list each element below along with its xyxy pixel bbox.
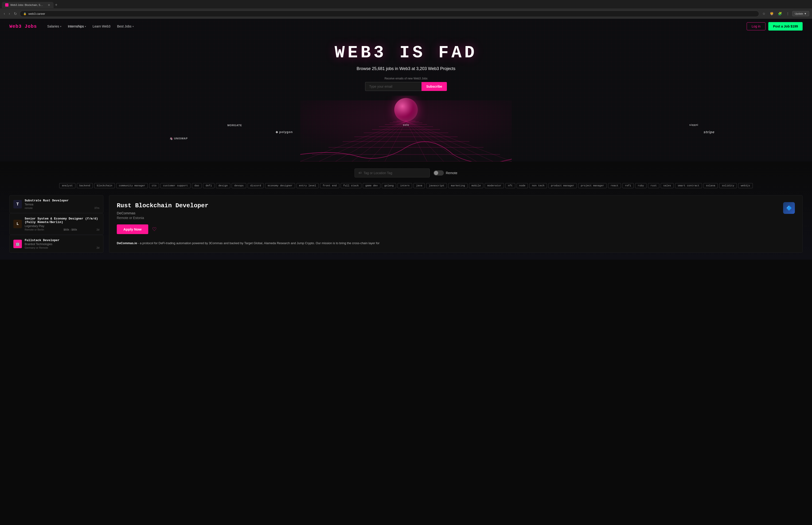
hero-content: WEB3 IS FAD Browse 25,681 jobs in Web3 a… [0, 34, 812, 91]
tag-javascript[interactable]: javascript [426, 183, 447, 188]
nav-best-jobs[interactable]: Best Jobs ▾ [114, 23, 136, 30]
tag-analyst[interactable]: analyst [59, 183, 75, 188]
job-card-job1[interactable]: T Substrate Rust Developer Ternoa remote… [10, 195, 103, 213]
tag-java[interactable]: java [414, 183, 425, 188]
subscribe-form: Subscribe [5, 82, 807, 91]
browser-tab[interactable]: Web3 Jobs: Blockchain, Smar… ✕ [2, 2, 53, 8]
job-meta: remote 37m [25, 207, 99, 209]
tag-solana[interactable]: solana [703, 183, 718, 188]
job-detail-header: 🔷 Rust Blockchain Developer DeCommas Rem… [117, 202, 795, 224]
tag-entry-level[interactable]: entry level [296, 183, 319, 188]
nav-internships[interactable]: Internships ▾ [65, 23, 89, 30]
reload-btn[interactable]: ↻ [13, 11, 18, 17]
tag-game-dev[interactable]: game dev [363, 183, 380, 188]
tag-ruby[interactable]: ruby [635, 183, 646, 188]
tag-full-stack[interactable]: full stack [341, 183, 361, 188]
login-button[interactable]: Log in [747, 22, 765, 30]
job-card-job3[interactable]: 🤖 Fullstack Developer Brainbot Technolog… [10, 235, 103, 253]
tag-front-end[interactable]: front end [320, 183, 339, 188]
tag-dao[interactable]: dao [192, 183, 202, 188]
job-logo: T [13, 200, 22, 208]
tag-project-manager[interactable]: project manager [578, 183, 607, 188]
tag-golang[interactable]: golang [382, 183, 396, 188]
job-title: Substrate Rust Developer [25, 199, 99, 202]
job-info: Senior System & Economy Designer (f/m/d)… [25, 217, 99, 231]
search-input[interactable] [364, 171, 426, 175]
tag-rust[interactable]: rust [648, 183, 659, 188]
polygon-logo: ◆ polygon [276, 130, 293, 134]
job-detail-title: Rust Blockchain Developer [117, 202, 795, 209]
apply-section: Apply Now ♡ [117, 224, 795, 234]
tag-blockchain[interactable]: blockchain [94, 183, 115, 188]
job-location: Remote or Berlin [25, 228, 44, 231]
nav-logo[interactable]: Web3 Jobs [10, 24, 37, 29]
tag-product-manager[interactable]: product manager [548, 183, 577, 188]
tag-moderator[interactable]: moderator [485, 183, 504, 188]
tag-sales[interactable]: sales [661, 183, 674, 188]
tag-cto[interactable]: cto [149, 183, 159, 188]
forward-btn[interactable]: › [8, 11, 11, 17]
tab-bar: Web3 Jobs: Blockchain, Smar… ✕ + [0, 0, 812, 9]
tag-react[interactable]: react [608, 183, 621, 188]
navbar: Web3 Jobs Salaries ▾ Internships ▾ Learn… [0, 19, 812, 34]
job-card-job2[interactable]: L Senior System & Economy Designer (f/m/… [10, 213, 103, 235]
tag-nft[interactable]: nft [505, 183, 515, 188]
job-time: 2d [96, 228, 99, 231]
tag-node[interactable]: node [517, 183, 528, 188]
new-tab-btn[interactable]: + [55, 3, 58, 7]
tag-non-tech[interactable]: non tech [530, 183, 547, 188]
company-logo-detail: 🔷 [783, 202, 795, 214]
tag-mobile[interactable]: mobile [469, 183, 484, 188]
tag-defi[interactable]: defi [203, 183, 214, 188]
post-job-button[interactable]: Post a Job $199 [768, 22, 802, 31]
tag-smart-contract[interactable]: smart contract [675, 183, 702, 188]
job-company: Legendary Play [25, 224, 99, 228]
bookmark-btn[interactable]: ☆ [761, 11, 767, 16]
tag-web3js[interactable]: web3js [738, 183, 753, 188]
tag-devops[interactable]: devops [232, 183, 246, 188]
tag-refi[interactable]: refi [623, 183, 634, 188]
address-bar[interactable]: 🔒 web3.career [20, 11, 759, 17]
brave-btn[interactable]: 🦁 [768, 11, 775, 16]
url-text: web3.career [28, 12, 45, 15]
back-btn[interactable]: ‹ [3, 11, 6, 17]
email-input[interactable] [365, 82, 422, 91]
job-logo: 🤖 [13, 240, 22, 248]
tag-marketing[interactable]: marketing [448, 183, 467, 188]
tag-community-manager[interactable]: community manager [116, 183, 148, 188]
menu-btn[interactable]: ⋮ [785, 11, 791, 16]
tab-close-btn[interactable]: ✕ [48, 3, 50, 7]
job-logo: L [13, 220, 22, 228]
tag-customer-support[interactable]: customer support [160, 183, 190, 188]
hero-section: WEB3 IS FAD Browse 25,681 jobs in Web3 a… [0, 34, 812, 162]
nav-actions: Log in Post a Job $199 [747, 22, 802, 31]
jobs-layout: T Substrate Rust Developer Ternoa remote… [10, 195, 802, 253]
job-description: DeCommas.io - a protocol for DeFi-tradin… [117, 241, 795, 246]
toolbar-actions: ☆ 🦁 🧩 ⋮ Update ▼ [761, 11, 809, 16]
apply-now-button[interactable]: Apply Now [117, 224, 148, 234]
jobs-list: T Substrate Rust Developer Ternoa remote… [10, 195, 103, 253]
save-job-button[interactable]: ♡ [152, 226, 157, 232]
subscribe-button[interactable]: Subscribe [422, 82, 447, 91]
tag-economy-designer[interactable]: economy designer [265, 183, 295, 188]
tag-discord[interactable]: discord [248, 183, 264, 188]
nav-salaries[interactable]: Salaries ▾ [44, 23, 64, 30]
grid-plane [300, 100, 512, 162]
update-btn[interactable]: Update ▼ [792, 11, 809, 16]
job-detail-panel: 🔷 Rust Blockchain Developer DeCommas Rem… [109, 195, 802, 253]
chevron-down-icon: ▾ [85, 25, 86, 28]
stripe-logo: stripe [703, 130, 715, 134]
job-detail-company: DeCommas [117, 211, 795, 215]
tab-favicon [5, 3, 9, 6]
nav-learn[interactable]: Learn Web3 [90, 23, 113, 30]
extensions-btn[interactable]: 🧩 [777, 11, 783, 16]
remote-toggle-switch[interactable] [433, 170, 444, 176]
tag-intern[interactable]: intern [398, 183, 412, 188]
job-company: Brainbot Technologies [25, 242, 99, 246]
job-title: Fullstack Developer [25, 239, 99, 242]
tag-design[interactable]: design [216, 183, 230, 188]
browser-chrome: Web3 Jobs: Blockchain, Smar… ✕ + ‹ › ↻ 🔒… [0, 0, 812, 19]
chevron-down-icon: ▾ [133, 25, 134, 28]
tag-solidity[interactable]: solidity [719, 183, 737, 188]
tag-backend[interactable]: backend [77, 183, 93, 188]
